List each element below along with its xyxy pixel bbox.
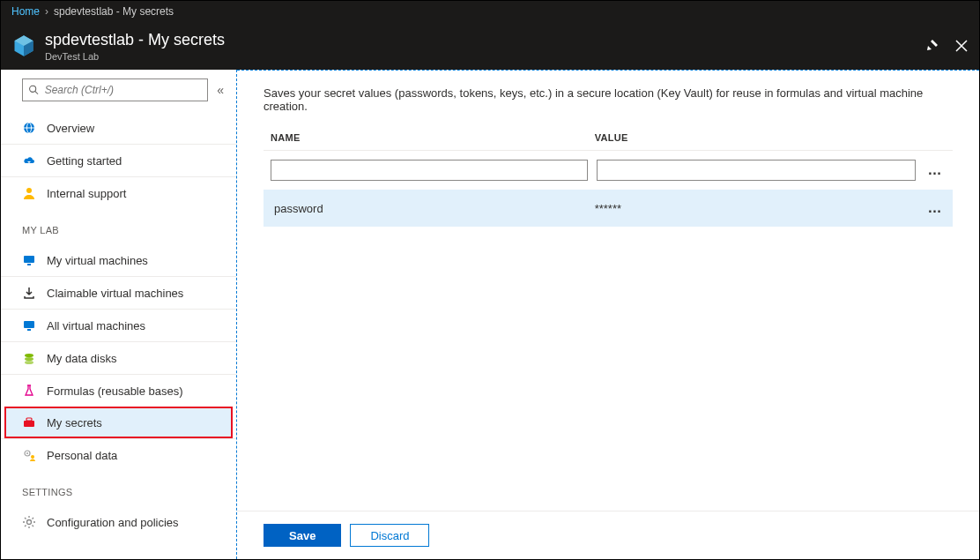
breadcrumb-separator: ›: [45, 5, 48, 18]
svg-rect-8: [24, 321, 34, 328]
sidebar-search-input[interactable]: [45, 84, 203, 96]
discard-button[interactable]: Discard: [350, 524, 429, 547]
svg-rect-9: [27, 329, 31, 331]
main-panel: Saves your secret values (passwords, tok…: [237, 70, 979, 559]
sidebar-item-formulas-reusable-bases-[interactable]: Formulas (reusable bases): [1, 374, 236, 407]
download-icon: [22, 286, 36, 300]
secret-name: password: [271, 202, 595, 215]
sidebar-item-all-virtual-machines[interactable]: All virtual machines: [1, 309, 236, 341]
sidebar-item-label: Getting started: [47, 154, 122, 168]
secret-value: ******: [595, 202, 924, 215]
column-header-value[interactable]: VALUE: [595, 132, 916, 143]
svg-point-18: [27, 520, 32, 525]
monitor-icon: [22, 253, 36, 267]
gear-person-icon: [22, 448, 36, 462]
sidebar-item-configuration-and-policies[interactable]: Configuration and policies: [1, 506, 236, 538]
new-secret-name-input[interactable]: [271, 160, 588, 181]
sidebar-item-my-virtual-machines[interactable]: My virtual machines: [1, 244, 236, 276]
flask-icon: [22, 384, 36, 398]
person-icon: [22, 186, 36, 200]
new-secret-value-input[interactable]: [597, 160, 916, 181]
sidebar-item-label: Internal support: [47, 187, 126, 200]
sidebar-item-label: Overview: [47, 122, 94, 135]
sidebar-item-getting-started[interactable]: Getting started: [1, 144, 236, 176]
table-header-row: NAME VALUE: [264, 132, 953, 151]
blade-subtitle: DevTest Lab: [45, 51, 909, 62]
description-text: Saves your secret values (passwords, tok…: [264, 86, 953, 113]
sidebar-item-label: Personal data: [47, 449, 117, 462]
sidebar-item-personal-data[interactable]: Personal data: [1, 438, 236, 471]
sidebar-item-claimable-virtual-machines[interactable]: Claimable virtual machines: [1, 276, 236, 309]
svg-rect-7: [27, 264, 31, 265]
sidebar-item-label: Formulas (reusable bases): [47, 385, 183, 398]
blade-title: spdevtestlab - My secrets: [45, 31, 909, 49]
sidebar-item-label: My virtual machines: [47, 254, 148, 267]
svg-rect-6: [24, 256, 34, 263]
monitor-icon: [22, 318, 36, 332]
devtestlab-icon: [11, 34, 36, 58]
sidebar-item-overview[interactable]: Overview: [1, 112, 236, 144]
gear-icon: [22, 515, 36, 529]
globe-icon: [22, 121, 36, 135]
disks-icon: [22, 351, 36, 365]
svg-rect-13: [24, 421, 34, 427]
svg-point-16: [26, 452, 28, 454]
collapse-sidebar-icon[interactable]: «: [217, 83, 224, 97]
new-secret-row: …: [264, 151, 953, 190]
save-button[interactable]: Save: [264, 524, 341, 547]
svg-point-10: [25, 354, 33, 357]
table-row[interactable]: password******…: [264, 190, 953, 227]
sidebar: « OverviewGetting startedInternal suppor…: [1, 70, 237, 559]
svg-point-12: [25, 361, 33, 364]
section-header-settings: SETTINGS: [1, 474, 236, 503]
svg-point-11: [25, 357, 33, 361]
sidebar-item-label: My data disks: [47, 352, 116, 365]
section-header-mylab: MY LAB: [1, 213, 236, 241]
footer: Save Discard: [237, 511, 979, 559]
cloud-arrow-icon: [22, 153, 36, 168]
close-icon[interactable]: [954, 39, 969, 53]
new-secret-actions-icon[interactable]: …: [924, 162, 946, 178]
sidebar-item-internal-support[interactable]: Internal support: [1, 176, 236, 209]
toolbox-icon: [22, 415, 36, 429]
breadcrumb-current: spdevtestlab - My secrets: [54, 5, 174, 18]
sidebar-search[interactable]: [22, 78, 208, 101]
svg-point-17: [31, 455, 34, 459]
sidebar-item-label: Claimable virtual machines: [47, 287, 183, 300]
sidebar-item-label: Configuration and policies: [47, 516, 179, 529]
svg-point-0: [30, 86, 36, 92]
search-icon: [28, 84, 40, 96]
column-header-name[interactable]: NAME: [271, 132, 595, 143]
svg-line-1: [35, 92, 38, 94]
blade-header: spdevtestlab - My secrets DevTest Lab: [1, 22, 979, 70]
svg-rect-14: [26, 418, 32, 421]
sidebar-item-my-data-disks[interactable]: My data disks: [1, 341, 236, 374]
svg-point-5: [26, 188, 32, 193]
sidebar-item-label: My secrets: [47, 416, 102, 429]
breadcrumb-home[interactable]: Home: [11, 5, 40, 18]
sidebar-item-my-secrets[interactable]: My secrets: [4, 407, 233, 438]
breadcrumb-bar: Home › spdevtestlab - My secrets: [1, 1, 979, 22]
secrets-table: NAME VALUE … password******…: [264, 132, 953, 227]
sidebar-item-label: All virtual machines: [47, 319, 145, 332]
pin-icon[interactable]: [924, 39, 939, 53]
row-actions-icon[interactable]: …: [924, 200, 946, 216]
